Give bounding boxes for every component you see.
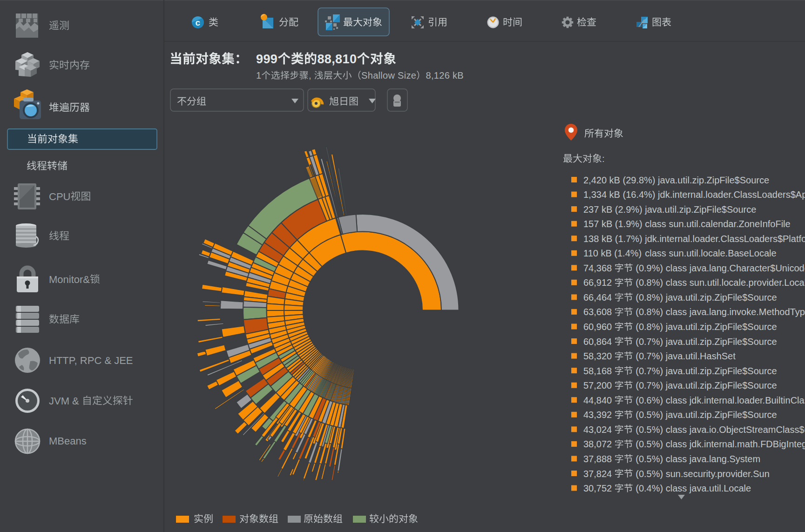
svg-text:66,464: 66,464 xyxy=(583,292,615,303)
svg-text:class sun.util.locale.BaseLoca: class sun.util.locale.BaseLocale xyxy=(645,248,776,258)
svg-text:(0.7%) java.util.zip.ZipFile$S: (0.7%) java.util.zip.ZipFile$Source xyxy=(633,337,777,347)
svg-text:157 kB (1.9%): 157 kB (1.9%) xyxy=(583,219,645,229)
svg-text:HTTP, RPC & JEE: HTTP, RPC & JEE xyxy=(49,355,133,366)
svg-text:(0.5%) class jdk.internal.math: (0.5%) class jdk.internal.math.FDBigInte… xyxy=(633,439,805,449)
svg-text:(0.8%) class sun.util.locale.p: (0.8%) class sun.util.locale.provider.Lo… xyxy=(633,277,805,288)
svg-text:58,168: 58,168 xyxy=(583,366,615,376)
svg-text:8,126 kB: 8,126 kB xyxy=(426,70,464,81)
svg-text:JVM &: JVM & xyxy=(49,395,82,407)
svg-text:java.util.zip.ZipFile$Source: java.util.zip.ZipFile$Source xyxy=(644,204,756,215)
svg-text:1,334 kB (16.4%): 1,334 kB (16.4%) xyxy=(583,189,658,200)
svg-text:(0.7%) java.util.zip.ZipFile$S: (0.7%) java.util.zip.ZipFile$Source xyxy=(633,366,777,376)
svg-text:(0.6%) class jdk.internal.load: (0.6%) class jdk.internal.loader.Builtin… xyxy=(633,395,805,405)
svg-text:57,200: 57,200 xyxy=(583,380,615,391)
svg-text:60,960: 60,960 xyxy=(583,322,615,332)
svg-text:(0.5%) class java.io.ObjectStr: (0.5%) class java.io.ObjectStreamClass$C… xyxy=(633,424,805,435)
svg-text:37,824: 37,824 xyxy=(583,469,615,479)
svg-text:jdk.internal.loader.ClassLoade: jdk.internal.loader.ClassLoaders$Platfor… xyxy=(644,234,805,244)
svg-text:74,368: 74,368 xyxy=(583,263,615,273)
svg-text:43,024: 43,024 xyxy=(583,424,615,435)
svg-text:44,840: 44,840 xyxy=(583,395,615,405)
svg-text:30,752: 30,752 xyxy=(583,483,615,493)
svg-text:(0.5%) java.util.zip.ZipFile$S: (0.5%) java.util.zip.ZipFile$Source xyxy=(633,410,777,420)
svg-text:(0.7%) java.util.HashSet: (0.7%) java.util.HashSet xyxy=(633,351,736,361)
svg-text:999: 999 xyxy=(256,52,277,66)
svg-text:(0.4%) class java.util.Locale: (0.4%) class java.util.Locale xyxy=(633,483,751,493)
svg-text:(0.5%) sun.security.provider.S: (0.5%) sun.security.provider.Sun xyxy=(633,469,770,479)
svg-text:237 kB (2.9%): 237 kB (2.9%) xyxy=(583,204,645,215)
svg-text:(0.8%) class java.lang.invoke.: (0.8%) class java.lang.invoke.MethodType xyxy=(633,307,805,317)
svg-text:c: c xyxy=(196,18,201,27)
svg-text:38,072: 38,072 xyxy=(583,439,615,449)
svg-text:37,888: 37,888 xyxy=(583,454,615,464)
svg-text:88,810: 88,810 xyxy=(317,52,357,66)
svg-text:66,912: 66,912 xyxy=(583,277,615,288)
svg-text:1: 1 xyxy=(256,70,261,81)
svg-text:Shallow Size: Shallow Size xyxy=(361,70,416,81)
svg-text:(0.9%) class java.lang.Charact: (0.9%) class java.lang.Character$Unicode… xyxy=(633,263,805,273)
svg-text:43,392: 43,392 xyxy=(583,410,615,420)
svg-text:(0.8%) java.util.zip.ZipFile$S: (0.8%) java.util.zip.ZipFile$Source xyxy=(633,322,777,332)
svg-text:java.util.zip.ZipFile$Source: java.util.zip.ZipFile$Source xyxy=(657,175,769,185)
svg-text:,: , xyxy=(309,70,314,81)
svg-text::: : xyxy=(602,153,605,164)
svg-text:2,420 kB (29.8%): 2,420 kB (29.8%) xyxy=(583,175,658,185)
svg-text:jdk.internal.loader.ClassLoade: jdk.internal.loader.ClassLoaders$AppClas… xyxy=(657,189,805,200)
svg-text:63,608: 63,608 xyxy=(583,307,615,317)
svg-text:60,864: 60,864 xyxy=(583,337,615,347)
svg-text:110 kB (1.4%): 110 kB (1.4%) xyxy=(583,248,644,258)
svg-text:138 kB (1.7%): 138 kB (1.7%) xyxy=(583,234,645,244)
svg-text:(0.5%) class java.lang.System: (0.5%) class java.lang.System xyxy=(633,454,760,464)
svg-text:Monitor&: Monitor& xyxy=(49,274,90,285)
svg-text:CPU: CPU xyxy=(49,191,70,202)
svg-text:(0.8%) java.util.zip.ZipFile$S: (0.8%) java.util.zip.ZipFile$Source xyxy=(633,292,777,303)
svg-text:(0.7%) java.util.zip.ZipFile$S: (0.7%) java.util.zip.ZipFile$Source xyxy=(633,380,777,391)
svg-text:MBeans: MBeans xyxy=(49,435,87,447)
svg-text:class sun.util.calendar.ZoneIn: class sun.util.calendar.ZoneInfoFile xyxy=(645,219,790,229)
svg-text:58,320: 58,320 xyxy=(583,351,615,361)
